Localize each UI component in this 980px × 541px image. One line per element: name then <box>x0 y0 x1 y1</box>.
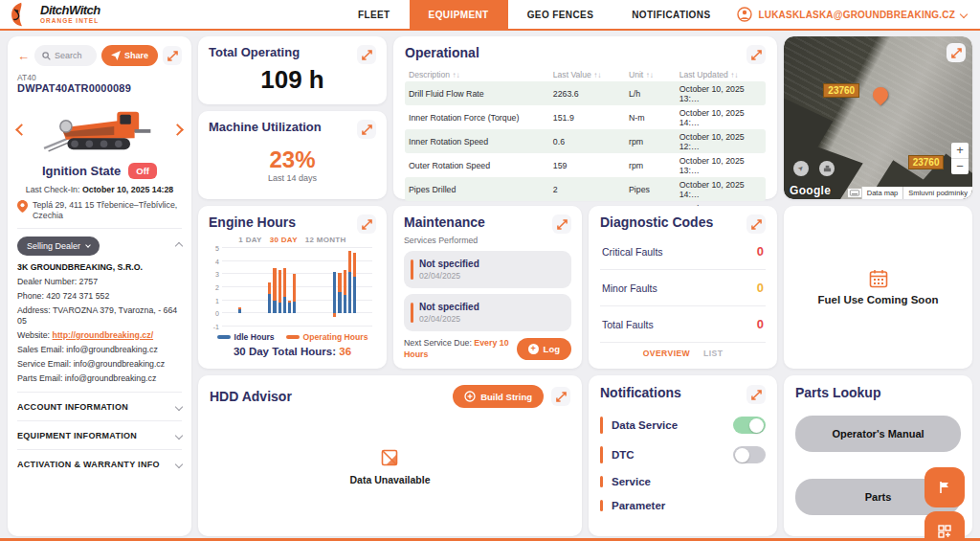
notifications-expand-button[interactable] <box>746 385 766 404</box>
table-row: Inner Rotation Speed0.6rpmOctober 10, 20… <box>405 129 766 153</box>
map-terms-link[interactable]: Smluvní podmínky <box>902 187 972 199</box>
user-menu[interactable]: LUKASKLASKA@GROUNDBREAKING.CZ <box>729 0 980 29</box>
chevron-down-icon <box>85 242 91 248</box>
nav-notifications[interactable]: NOTIFICATIONS <box>612 0 729 29</box>
notifications-card: Notifications Data Service DTC Service P… <box>589 375 777 536</box>
critical-faults-value: 0 <box>757 244 764 259</box>
data-service-toggle[interactable] <box>733 417 766 434</box>
qr-scan-button[interactable] <box>924 511 965 541</box>
tab-30-day[interactable]: 30 DAY <box>270 236 298 244</box>
operational-expand-button[interactable] <box>746 45 766 64</box>
idle-hours-swatch <box>217 335 231 339</box>
total-faults-label: Total Faults <box>602 319 654 330</box>
table-row: Inner Rotation Force (Torque)151.9N-mOct… <box>405 105 766 129</box>
map-compass-icon[interactable]: ➤ <box>793 161 809 176</box>
nav-equipment[interactable]: EQUIPMENT <box>410 0 508 29</box>
feedback-flag-button[interactable] <box>924 467 965 507</box>
hdd-expand-button[interactable] <box>551 387 570 406</box>
engine-hours-title: Engine Hours <box>209 214 296 230</box>
map-card: 23760 23760 + − ➤ Google Data map Smluvn… <box>784 36 972 199</box>
dealer-service-email: Service Email: info@groundbreaking.cz <box>17 359 182 370</box>
search-icon <box>42 52 51 60</box>
tab-list[interactable]: LIST <box>703 349 723 358</box>
layers-icon <box>823 165 832 173</box>
share-label: Share <box>124 51 148 60</box>
map-zoom-in-button[interactable]: + <box>951 143 969 158</box>
next-service-due: Next Service Due: Every 10 Hours <box>404 338 511 360</box>
machine-model: AT40 <box>17 73 182 82</box>
log-service-button[interactable]: + Log <box>517 338 571 360</box>
dealer-website-link[interactable]: http://groundbreaking.cz/ <box>53 330 154 340</box>
idle-hours-bar <box>283 297 286 314</box>
col-last-value[interactable]: Last Value ↑↓ <box>549 68 625 81</box>
expand-icon <box>362 124 372 135</box>
map-canvas[interactable]: 23760 23760 + − ➤ Google Data map Smluvn… <box>784 36 972 199</box>
user-email: LUKASKLASKA@GROUNDBREAKING.CZ <box>758 10 955 20</box>
notification-label: Data Service <box>612 419 678 431</box>
sidebar-expand-button[interactable] <box>163 46 182 65</box>
diagnostic-expand-button[interactable] <box>746 214 766 234</box>
back-button[interactable]: ← <box>17 49 30 63</box>
logo-title: DitchWitch <box>40 4 100 16</box>
operators-manual-button[interactable]: Operator's Manual <box>795 416 961 452</box>
equipment-sidebar: ← Search Share AT40 DWPAT40ATR <box>8 36 191 536</box>
parts-lookup-title: Parts Lookup <box>795 385 961 400</box>
total-operating-card: Total Operating 109 h <box>198 36 387 104</box>
service-item[interactable]: Not specified 02/04/2025 <box>404 251 571 288</box>
map-zoom-out-button[interactable]: − <box>951 158 969 174</box>
maintenance-card: Maintenance Services Performed Not speci… <box>393 206 582 369</box>
app-logo: DitchWitch ORANGE INTEL <box>0 0 100 29</box>
legend-operating: Operating Hours <box>303 332 368 342</box>
col-unit[interactable]: Unit ↑↓ <box>625 68 676 81</box>
map-machine-label[interactable]: 23760 <box>908 155 945 169</box>
expand-icon <box>557 219 568 230</box>
tab-1-day[interactable]: 1 DAY <box>238 236 261 244</box>
dtc-toggle[interactable] <box>733 446 766 463</box>
operating-hours-swatch <box>286 335 300 339</box>
chevron-down-icon <box>175 432 183 440</box>
collapse-dealer-icon[interactable] <box>175 242 183 250</box>
nav-fleet[interactable]: FLEET <box>339 0 410 29</box>
engine-hours-plot: -1012345 <box>222 248 372 327</box>
user-avatar-icon <box>737 7 752 22</box>
diagnostic-row: Critical Faults 0 <box>600 234 766 270</box>
col-last-updated[interactable]: Last Updated ↑↓ <box>676 68 766 81</box>
logo-subtitle: ORANGE INTEL <box>40 18 100 25</box>
tab-overview[interactable]: OVERVIEW <box>643 349 690 358</box>
carousel-next-button[interactable] <box>171 124 184 136</box>
maintenance-expand-button[interactable] <box>552 214 571 234</box>
dealer-parts-email: Parts Email: info@groundbreaking.cz <box>17 373 182 384</box>
keyboard-icon[interactable] <box>848 189 861 197</box>
diagnostic-codes-card: Diagnostic Codes Critical Faults 0 Minor… <box>589 206 777 369</box>
operating-hours-bar <box>283 268 286 297</box>
operating-hours-bar <box>288 301 291 303</box>
carousel-prev-button[interactable] <box>15 124 28 136</box>
accordion-equipment-information[interactable]: EQUIPMENT INFORMATION <box>17 420 182 440</box>
dealer-type-dropdown[interactable]: Selling Dealer <box>17 237 100 256</box>
col-description[interactable]: Description ↑↓ <box>405 68 549 81</box>
accordion-account-information[interactable]: ACCOUNT INFORMATION <box>17 392 182 412</box>
map-data-link[interactable]: Data map <box>861 187 903 199</box>
total-operating-expand-button[interactable] <box>357 45 376 64</box>
idle-hours-bar <box>293 302 296 313</box>
map-marker-pin[interactable] <box>869 83 891 105</box>
map-expand-button[interactable] <box>947 43 966 62</box>
engine-hours-legend: Idle Hours Operating Hours <box>209 332 376 342</box>
build-string-button[interactable]: Build String <box>453 385 544 408</box>
operating-hours-bar <box>293 274 296 302</box>
expand-icon <box>951 48 962 58</box>
share-button[interactable]: Share <box>101 45 158 66</box>
machine-utilization-expand-button[interactable] <box>357 120 376 139</box>
nav-geo-fences[interactable]: GEO FENCES <box>508 0 613 29</box>
paper-plane-icon <box>111 51 121 60</box>
dealer-name: 3K GROUNDBREAKING, S.R.O. <box>17 262 182 273</box>
service-item[interactable]: Not specified 02/04/2025 <box>404 294 571 331</box>
map-machine-label[interactable]: 23760 <box>823 83 859 98</box>
accordion-activation-warranty[interactable]: ACTIVATION & WARRANTY INFO <box>17 449 182 469</box>
idle-hours-bar <box>348 272 351 314</box>
tab-12-month[interactable]: 12 MONTH <box>305 236 346 244</box>
search-input[interactable]: Search <box>34 45 97 66</box>
dealer-website-row: Website: http://groundbreaking.cz/ <box>17 330 182 341</box>
engine-hours-expand-button[interactable] <box>357 214 376 234</box>
operating-hours-bar <box>273 268 276 301</box>
